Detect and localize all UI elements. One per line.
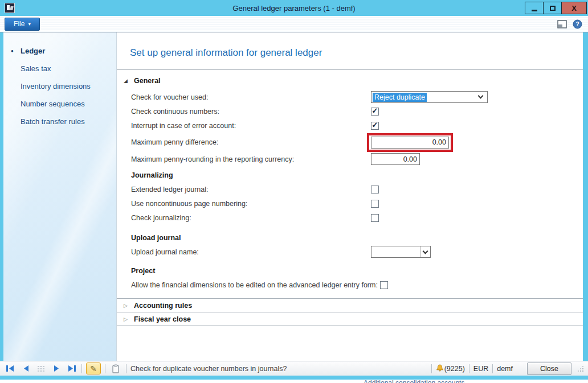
general-ledger-parameters-window: General ledger parameters (1 - demf) X F… bbox=[0, 0, 588, 380]
field-row-check-journalizing: Check journalizing: ✓ bbox=[117, 211, 583, 225]
divider bbox=[81, 364, 82, 373]
first-record-button[interactable] bbox=[5, 364, 16, 374]
divider bbox=[117, 69, 583, 70]
currency-indicator[interactable]: EUR bbox=[473, 365, 488, 373]
alerts-count: (9225) bbox=[444, 365, 465, 373]
pencil-icon: ✎ bbox=[90, 364, 97, 373]
field-label: Check continuous numbers: bbox=[131, 108, 371, 116]
divider bbox=[431, 364, 432, 373]
subsection-project-title: Project bbox=[117, 267, 583, 275]
field-label: Maximum penny-rounding in the reporting … bbox=[131, 155, 371, 163]
check-voucher-used-dropdown[interactable]: Reject duplicate bbox=[371, 91, 488, 103]
maximum-penny-difference-input[interactable] bbox=[371, 137, 449, 149]
subsection-upload-journal-title: Upload journal bbox=[117, 234, 583, 242]
paste-record-button[interactable] bbox=[109, 363, 122, 374]
upload-journal-name-combobox[interactable] bbox=[371, 246, 431, 258]
sidebar-item-ledger[interactable]: ● Ledger bbox=[3, 42, 116, 60]
edit-record-button[interactable]: ✎ bbox=[86, 363, 101, 374]
dropdown-selected-value: Reject duplicate bbox=[373, 93, 427, 102]
field-label: Check for voucher used: bbox=[131, 93, 371, 101]
help-icon[interactable]: ? bbox=[573, 19, 582, 29]
field-row-penny-rounding: Maximum penny-rounding in the reporting … bbox=[117, 152, 583, 166]
menu-bar: File ▾ ? bbox=[0, 16, 588, 32]
next-record-button[interactable] bbox=[51, 364, 62, 374]
expand-triangle-icon: ▷ bbox=[124, 316, 132, 322]
interrupt-error-account-checkbox[interactable]: ✓ bbox=[371, 122, 379, 130]
sidebar-item-number-sequences[interactable]: ● Number sequences bbox=[3, 95, 116, 113]
divider bbox=[126, 364, 126, 373]
selected-bullet-icon: ● bbox=[11, 48, 21, 53]
alerts-indicator[interactable]: (9225) bbox=[436, 364, 465, 373]
allow-financial-dimensions-checkbox[interactable]: ✓ bbox=[380, 281, 388, 289]
check-icon: ✓ bbox=[372, 107, 378, 114]
title-bar: General ledger parameters (1 - demf) X bbox=[0, 0, 588, 16]
resize-grip[interactable] bbox=[578, 366, 583, 372]
file-menu-button[interactable]: File ▾ bbox=[5, 18, 40, 31]
divider bbox=[117, 326, 583, 326]
section-fiscal-year-close-title: Fiscal year close bbox=[134, 315, 191, 323]
company-indicator[interactable]: demf bbox=[497, 365, 513, 373]
field-row-voucher: Check for voucher used: Reject duplicate bbox=[117, 90, 583, 104]
sidebar-item-batch-transfer-rules[interactable]: ● Batch transfer rules bbox=[3, 113, 116, 130]
divider bbox=[469, 364, 469, 373]
expand-triangle-icon: ▷ bbox=[124, 303, 132, 308]
clipboard-icon bbox=[112, 364, 120, 373]
background-window-sliver: Additional consolidation accounts bbox=[0, 380, 588, 383]
section-fiscal-year-close-header[interactable]: ▷ Fiscal year close bbox=[124, 312, 583, 326]
sidebar-item-label: Sales tax bbox=[21, 64, 51, 73]
collapse-triangle-icon: ◢ bbox=[124, 78, 132, 84]
field-row-allow-financial-dimensions: Allow the financial dimensions to be edi… bbox=[117, 278, 583, 292]
window-bottom-border bbox=[0, 376, 588, 380]
sidebar-item-inventory-dimensions[interactable]: ● Inventory dimensions bbox=[3, 77, 116, 95]
main-content: Set up general information for general l… bbox=[117, 32, 583, 361]
noncontinuous-page-numbering-checkbox[interactable]: ✓ bbox=[371, 200, 379, 208]
file-menu-label: File bbox=[14, 20, 24, 28]
section-accounting-rules-header[interactable]: ▷ Accounting rules bbox=[124, 299, 583, 312]
svg-text:?: ? bbox=[575, 21, 579, 27]
penny-rounding-reporting-currency-input[interactable] bbox=[371, 153, 420, 165]
field-label: Check journalizing: bbox=[131, 214, 371, 222]
chevron-down-icon bbox=[478, 93, 484, 99]
divider bbox=[492, 364, 493, 373]
bell-icon bbox=[436, 364, 444, 373]
grid-view-button[interactable] bbox=[35, 364, 47, 374]
field-row-penny-difference: Maximum penny difference: bbox=[117, 133, 583, 152]
field-row-continuous-numbers: Check continuous numbers: ✓ bbox=[117, 104, 583, 118]
field-label: Interrupt in case of error account: bbox=[131, 122, 371, 130]
field-label: Extended ledger journal: bbox=[131, 186, 371, 193]
combobox-dropdown-zone[interactable] bbox=[420, 246, 430, 257]
last-record-button[interactable] bbox=[66, 364, 77, 374]
view-pane-icon[interactable] bbox=[557, 20, 567, 28]
sidebar: ● Ledger ● Sales tax ● Inventory dimensi… bbox=[3, 32, 117, 361]
previous-record-button[interactable] bbox=[20, 364, 31, 374]
extended-ledger-journal-checkbox[interactable]: ✓ bbox=[371, 186, 379, 193]
status-help-text: Check for duplicate voucher numbers in j… bbox=[130, 365, 287, 373]
status-bar: ✎ Check for duplicate voucher numbers in… bbox=[0, 361, 588, 376]
chevron-down-icon bbox=[423, 249, 428, 254]
minimize-button[interactable] bbox=[525, 2, 544, 14]
field-label: Allow the financial dimensions to be edi… bbox=[131, 281, 378, 289]
section-general-title: General bbox=[134, 77, 161, 85]
sidebar-item-sales-tax[interactable]: ● Sales tax bbox=[3, 60, 116, 77]
subsection-journalizing-title: Journalizing bbox=[117, 171, 583, 179]
check-continuous-numbers-checkbox[interactable]: ✓ bbox=[371, 108, 379, 116]
field-label: Maximum penny difference: bbox=[131, 138, 371, 146]
red-highlight-box bbox=[367, 133, 453, 152]
check-journalizing-checkbox[interactable]: ✓ bbox=[371, 214, 379, 222]
sidebar-item-label: Number sequences bbox=[21, 100, 85, 108]
close-window-button[interactable]: X bbox=[561, 2, 587, 14]
window-controls: X bbox=[525, 2, 587, 14]
section-general-header[interactable]: ◢ General bbox=[124, 76, 583, 85]
sidebar-item-label: Batch transfer rules bbox=[21, 117, 85, 126]
field-row-upload-journal-name: Upload journal name: bbox=[117, 245, 583, 259]
field-label: Upload journal name: bbox=[131, 248, 371, 256]
field-row-interrupt-error: Interrupt in case of error account: ✓ bbox=[117, 118, 583, 133]
check-icon: ✓ bbox=[372, 121, 378, 129]
clipped-background-text: Additional consolidation accounts bbox=[364, 380, 588, 383]
page-title: Set up general information for general l… bbox=[130, 47, 583, 59]
maximize-button[interactable] bbox=[543, 2, 562, 14]
chevron-down-icon: ▾ bbox=[28, 22, 31, 27]
minimize-icon bbox=[532, 10, 537, 11]
close-button[interactable]: Close bbox=[527, 363, 571, 375]
field-label: Use noncontinuous page numbering: bbox=[131, 200, 371, 208]
